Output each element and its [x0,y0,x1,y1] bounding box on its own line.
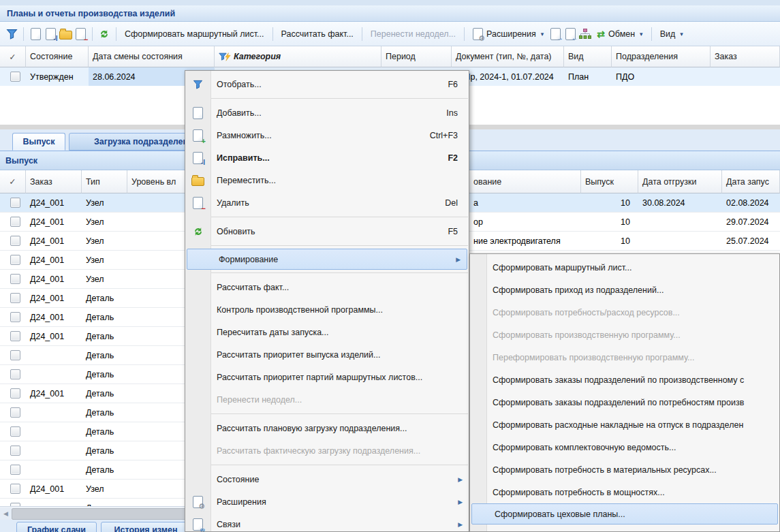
cell-launch-date: 25.07.2024 [722,232,780,250]
cell-order: Д24_001 [26,270,82,288]
row-checkbox[interactable] [10,274,20,284]
column-header-state[interactable]: Состояние [26,46,89,67]
row-checkbox[interactable] [10,198,20,208]
context-menu-item[interactable]: Рассчитать плановую загрузку подразделен… [185,417,469,439]
context-menu-item[interactable]: Пересчитать даты запуска... [185,321,469,343]
cell-order: Д24_001 [26,327,82,345]
row-checkbox[interactable] [10,369,20,379]
menu-item-label: Сформировать приход из подразделений... [486,285,779,295]
column-header-document[interactable]: Документ (тип, №, дата) [452,46,564,67]
add-button[interactable] [28,27,43,42]
context-menu-item[interactable]: Рассчитать приоритет партий маршрутных л… [185,366,469,388]
row-checkbox[interactable] [10,236,20,246]
row-checkbox[interactable] [10,72,20,82]
page-title: Планы и отчеты производства изделий [7,9,175,18]
context-menu-item[interactable]: Контроль производственной программы... [185,298,469,321]
column-header-category[interactable]: Категория [215,46,381,67]
row-checkbox[interactable] [10,445,20,456]
row-checkbox[interactable] [10,465,20,475]
column-header-qty[interactable]: Выпуск [581,170,638,193]
submenu-item[interactable]: Сформировать заказы подразделений по пот… [470,391,779,413]
cell-order [711,67,780,86]
column-header-departments[interactable]: Подразделения [612,46,711,67]
filter-icon[interactable] [4,27,19,42]
column-header-kind[interactable]: Вид [564,46,612,67]
export-button[interactable] [548,27,563,42]
tab-vypusk[interactable]: Выпуск [12,133,65,151]
column-header-check[interactable]: ✓ [0,46,26,67]
cell-type: Узел [82,251,127,269]
column-header-order[interactable]: Заказ [26,170,82,193]
refresh-button[interactable] [97,27,112,42]
submenu-item[interactable]: Сформировать расходные накладные на отпу… [470,413,779,436]
submenu-item[interactable]: Сформировать маршрутный лист... [470,256,779,279]
import-button[interactable] [563,27,578,42]
submenu-item[interactable]: Сформировать график сдачи [470,525,779,532]
row-checkbox[interactable] [10,293,20,303]
submenu-item[interactable]: Сформировать потребность в материальных … [470,458,779,481]
cell-ship-date: 30.08.2024 [638,193,722,212]
extensions-dropdown[interactable]: Расширения ▾ [469,26,548,42]
row-checkbox[interactable] [10,217,20,227]
cell-ship-date [638,213,722,231]
exchange-icon: ⇄ [597,29,605,40]
row-checkbox[interactable] [10,407,20,418]
row-checkbox[interactable] [10,312,20,322]
column-header-type[interactable]: Тип [82,170,127,193]
row-checkbox[interactable] [10,331,20,341]
cell-order: Д24_001 [26,193,82,212]
menu-item-label: Исправить... [210,153,448,163]
menu-separator [186,217,468,217]
folder-move-icon [59,31,72,40]
context-menu-item[interactable]: Состояние▶ [185,468,469,490]
context-menu-item[interactable]: Переместить... [185,169,469,191]
calc-fact-button[interactable]: Рассчитать факт... [277,27,358,41]
cell-order: Д24_001 [26,480,82,498]
column-header-state-date[interactable]: Дата смены состояния [89,46,215,67]
row-checkbox[interactable] [10,255,20,265]
submenu-item[interactable]: Сформировать комплектовочную ведомость..… [470,436,779,458]
move-button[interactable] [58,27,73,42]
column-header-ship-date[interactable]: Дата отгрузки [638,170,722,193]
context-menu-item[interactable]: Формирование▶ [187,249,467,270]
doc-delete-icon [76,28,86,40]
context-menu-item[interactable]: Рассчитать приоритет выпуска изделий... [185,343,469,366]
submenu-item[interactable]: Сформировать заказы подразделений по про… [470,369,779,391]
menu-item-label: Контроль производственной программы... [210,305,469,315]
edit-button[interactable] [43,27,58,42]
view-dropdown[interactable]: Вид ▾ [656,27,687,41]
column-header-period[interactable]: Период [381,46,452,67]
tab-istoriya-izmeneniy[interactable]: История измен [101,522,191,532]
row-checkbox-cell [0,193,26,212]
row-checkbox[interactable] [10,350,20,360]
row-checkbox[interactable] [10,484,20,494]
context-menu-item[interactable]: Связи▶ [185,513,469,532]
org-chart-button[interactable] [578,27,593,42]
scrollbar-left-arrow-icon[interactable]: ◀ [0,507,12,520]
context-menu-item[interactable]: Размножить...Ctrl+F3 [185,124,469,146]
tab-grafik-sdachi[interactable]: График сдачи [16,522,97,532]
doc-delete-icon [185,197,210,209]
context-menu-item[interactable]: Исправить...F2 [185,146,469,169]
submenu-item[interactable]: Сформировать потребность в мощностях... [470,481,779,503]
menu-item-label: Удалить [210,198,445,208]
exchange-dropdown[interactable]: ⇄ Обмен ▾ [593,27,646,42]
context-menu-item[interactable]: Отобрать...F6 [185,73,469,95]
row-checkbox[interactable] [10,388,20,398]
row-checkbox[interactable] [10,426,20,437]
submenu-arrow-icon: ▶ [458,498,463,505]
delete-button[interactable] [73,27,88,42]
generate-route-sheet-button[interactable]: Сформировать маршрутный лист... [121,27,268,41]
context-menu-item[interactable]: Рассчитать факт... [185,276,469,298]
context-menu-item[interactable]: Расширения▶ [185,490,469,513]
filter-icon [185,80,210,89]
column-header-order[interactable]: Заказ [711,46,780,67]
column-header-launch-date[interactable]: Дата запус [722,170,780,193]
submenu-item[interactable]: Сформировать цеховые планы... [471,503,778,525]
context-menu-item[interactable]: Добавить...Ins [185,101,469,124]
doc-import-icon [565,28,576,40]
context-menu-item[interactable]: УдалитьDel [185,191,469,214]
submenu-item[interactable]: Сформировать приход из подразделений... [470,279,779,301]
context-menu-item[interactable]: ОбновитьF5 [185,220,469,242]
column-header-check[interactable]: ✓ [0,170,26,193]
